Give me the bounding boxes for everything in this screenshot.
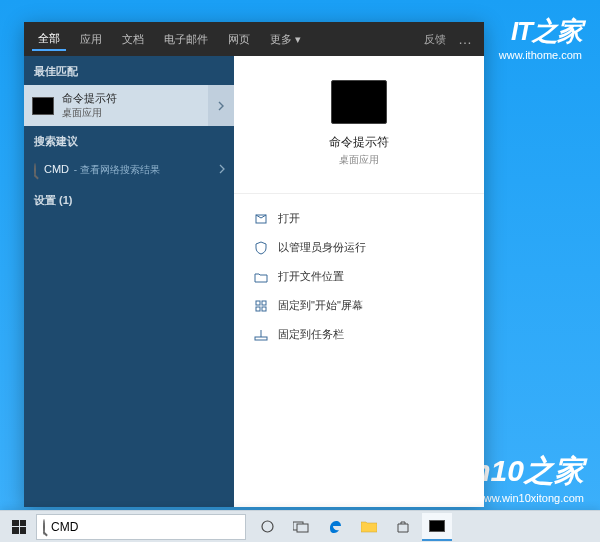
folder-icon (254, 270, 268, 284)
arrow-right-icon (216, 101, 226, 111)
section-settings[interactable]: 设置 (1) (24, 185, 234, 214)
task-view-icon (293, 521, 309, 533)
store-icon (396, 520, 410, 534)
section-suggestions: 搜索建议 (24, 126, 234, 155)
svg-rect-2 (262, 301, 266, 305)
watermark-top: IT之家 www.ithome.com (499, 14, 582, 61)
preview-pane: 命令提示符 桌面应用 打开 以管理员身份运行 打开文件位置 固定到"开始"屏幕 (234, 56, 484, 507)
best-match-title: 命令提示符 (62, 91, 117, 106)
cmd-preview-icon (331, 80, 387, 124)
section-best-match: 最佳匹配 (24, 56, 234, 85)
store-button[interactable] (388, 513, 418, 541)
chevron-right-icon (218, 164, 226, 176)
preview-sub: 桌面应用 (339, 153, 379, 167)
svg-rect-4 (262, 307, 266, 311)
search-body: 最佳匹配 命令提示符 桌面应用 搜索建议 CMD - 查看网络搜索结果 (24, 56, 484, 507)
search-flyout: 全部 应用 文档 电子邮件 网页 更多 ▾ 反馈 … 最佳匹配 命令提示符 桌面… (24, 22, 484, 507)
folder-icon (361, 520, 377, 533)
svg-rect-1 (256, 301, 260, 305)
cortana-button[interactable] (252, 513, 282, 541)
taskbar (0, 510, 600, 542)
cortana-icon (260, 519, 275, 534)
action-pin-taskbar[interactable]: 固定到任务栏 (250, 320, 468, 349)
action-label: 以管理员身份运行 (278, 240, 366, 255)
task-view-button[interactable] (286, 513, 316, 541)
pin-start-icon (254, 299, 268, 313)
web-suggestion-item[interactable]: CMD - 查看网络搜索结果 (24, 155, 234, 185)
tab-docs[interactable]: 文档 (116, 28, 150, 51)
search-icon (43, 520, 45, 534)
edge-icon (328, 519, 343, 534)
edge-button[interactable] (320, 513, 350, 541)
suggestion-hint: - 查看网络搜索结果 (71, 164, 160, 175)
shield-icon (254, 241, 268, 255)
action-pin-start[interactable]: 固定到"开始"屏幕 (250, 291, 468, 320)
cmd-icon (429, 520, 445, 532)
svg-point-6 (262, 521, 273, 532)
action-open[interactable]: 打开 (250, 204, 468, 233)
svg-rect-3 (256, 307, 260, 311)
open-icon (254, 212, 268, 226)
explorer-button[interactable] (354, 513, 384, 541)
start-button[interactable] (2, 513, 36, 541)
best-match-text: 命令提示符 桌面应用 (62, 91, 117, 120)
action-label: 固定到任务栏 (278, 327, 344, 342)
feedback-link[interactable]: 反馈 (424, 32, 446, 47)
svg-rect-8 (297, 524, 308, 532)
tab-more[interactable]: 更多 ▾ (264, 28, 307, 51)
cmd-thumb-icon (32, 97, 54, 115)
suggestion-query: CMD (44, 163, 69, 175)
watermark-top-url: www.ithome.com (499, 49, 582, 61)
taskbar-search-input[interactable] (51, 520, 239, 534)
tab-all[interactable]: 全部 (32, 27, 66, 51)
tab-email[interactable]: 电子邮件 (158, 28, 214, 51)
best-match-sub: 桌面应用 (62, 106, 117, 120)
best-match-expand-button[interactable] (208, 85, 234, 126)
tab-apps[interactable]: 应用 (74, 28, 108, 51)
tab-web[interactable]: 网页 (222, 28, 256, 51)
suggestion-text: CMD - 查看网络搜索结果 (44, 163, 160, 177)
results-column: 最佳匹配 命令提示符 桌面应用 搜索建议 CMD - 查看网络搜索结果 (24, 56, 234, 507)
action-label: 打开文件位置 (278, 269, 344, 284)
watermark-top-logo: IT之家 (499, 14, 582, 49)
preview-title: 命令提示符 (329, 134, 389, 151)
action-label: 固定到"开始"屏幕 (278, 298, 363, 313)
taskbar-icons (252, 513, 452, 541)
taskbar-search-box[interactable] (36, 514, 246, 540)
search-tabs: 全部 应用 文档 电子邮件 网页 更多 ▾ 反馈 … (24, 22, 484, 56)
windows-logo-icon (12, 520, 26, 534)
actions-list: 打开 以管理员身份运行 打开文件位置 固定到"开始"屏幕 固定到任务栏 (234, 193, 484, 349)
action-run-admin[interactable]: 以管理员身份运行 (250, 233, 468, 262)
action-label: 打开 (278, 211, 300, 226)
svg-rect-5 (255, 337, 267, 340)
cmd-taskbar-button[interactable] (422, 513, 452, 541)
pin-taskbar-icon (254, 328, 268, 342)
more-options-button[interactable]: … (454, 31, 476, 47)
search-icon (34, 164, 36, 176)
best-match-item[interactable]: 命令提示符 桌面应用 (24, 85, 234, 126)
action-open-location[interactable]: 打开文件位置 (250, 262, 468, 291)
